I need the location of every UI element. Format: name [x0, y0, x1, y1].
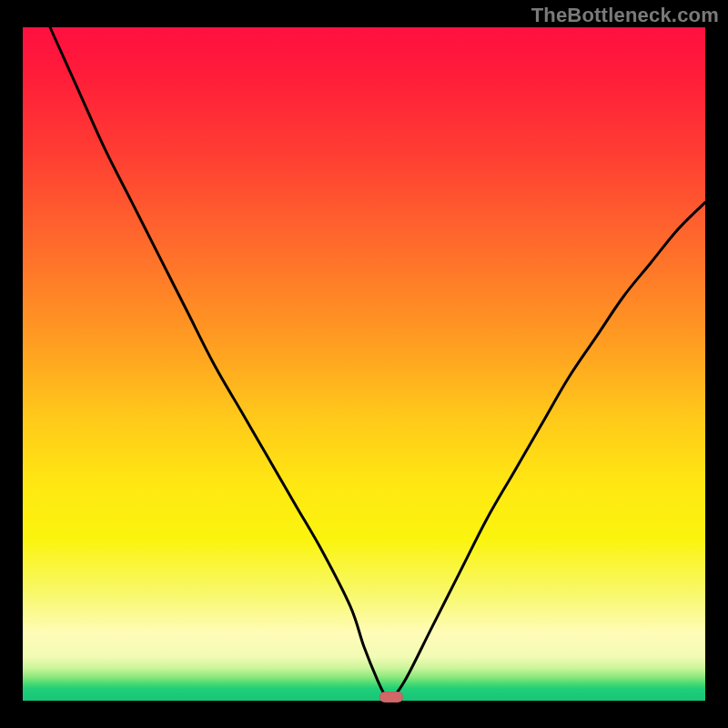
plot-area	[23, 27, 705, 701]
chart-stage: TheBottleneck.com	[0, 0, 728, 728]
bottleneck-curve	[23, 27, 705, 701]
optimum-marker	[379, 692, 403, 703]
watermark-text: TheBottleneck.com	[531, 4, 719, 27]
curve-path	[50, 27, 705, 698]
